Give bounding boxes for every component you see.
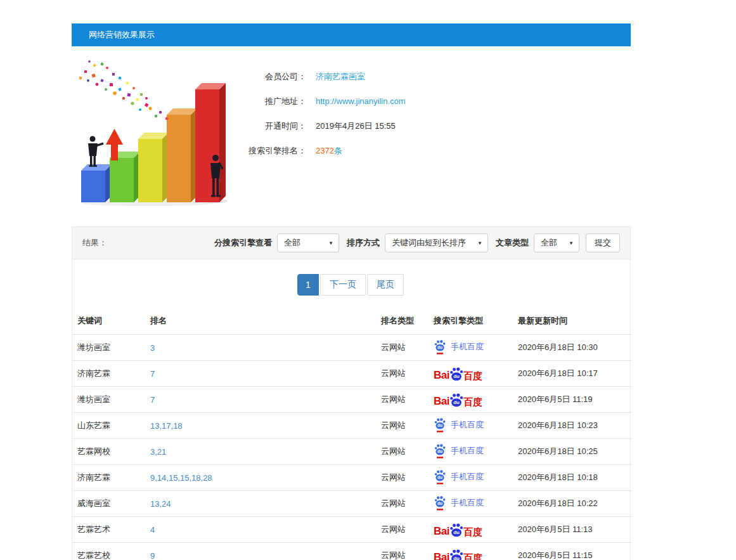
header-update-time: 最新更新时间 bbox=[513, 309, 631, 335]
update-time-cell: 2020年6月18日 10:18 bbox=[513, 465, 631, 491]
engine-type-cell: du手机百度 bbox=[429, 413, 513, 439]
baidu-bai-text: Bai bbox=[434, 396, 449, 407]
baidu-paw-icon: du bbox=[434, 417, 446, 433]
info-section: 会员公司： 济南艺霖画室 推广地址： http://www.jinanyilin… bbox=[72, 46, 631, 215]
table-row: 艺霖网校3,21云网站du手机百度2020年6月18日 10:25 bbox=[72, 439, 631, 465]
rank-cell: 7 bbox=[145, 361, 376, 387]
rank-link[interactable]: 9 bbox=[150, 551, 155, 560]
table-row: 艺霖艺术4云网站Baidu百度2020年6月5日 11:13 bbox=[72, 517, 631, 543]
update-time-cell: 2020年6月5日 11:15 bbox=[513, 543, 631, 560]
submit-button[interactable]: 提交 bbox=[586, 233, 620, 252]
engine-type-cell: Baidu百度 bbox=[429, 387, 513, 413]
chevron-down-icon: ▼ bbox=[569, 240, 574, 246]
keyword-cell: 威海画室 bbox=[72, 491, 145, 517]
baidu-paw-icon: du bbox=[434, 469, 446, 485]
keyword-cell: 济南艺霖 bbox=[72, 361, 145, 387]
sort-select[interactable]: 关键词由短到长排序 ▼ bbox=[385, 233, 488, 252]
mobile-baidu-label: 手机百度 bbox=[451, 419, 484, 431]
svg-text:du: du bbox=[437, 345, 442, 349]
company-label: 会员公司： bbox=[238, 71, 306, 82]
header-rank: 排名 bbox=[145, 309, 376, 335]
rank-link[interactable]: 13,17,18 bbox=[150, 421, 183, 431]
engine-type-cell: du手机百度 bbox=[429, 335, 513, 361]
next-page-button[interactable]: 下一页 bbox=[320, 274, 366, 296]
baidu-paw-icon: du bbox=[449, 523, 464, 538]
bar-chart-illustration-icon bbox=[72, 56, 230, 207]
rank-count-value: 2372条 bbox=[316, 145, 342, 157]
confetti-icon bbox=[79, 60, 169, 120]
main-container: 网络营销效果展示 bbox=[72, 23, 631, 560]
keyword-cell: 济南艺霖 bbox=[72, 465, 145, 491]
update-time-cell: 2020年6月5日 11:13 bbox=[513, 517, 631, 543]
rank-link[interactable]: 13,24 bbox=[150, 499, 171, 509]
header-rank-type: 排名类型 bbox=[376, 309, 429, 335]
engine-type-cell: du手机百度 bbox=[429, 439, 513, 465]
rank-cell: 3,21 bbox=[145, 439, 376, 465]
keyword-cell: 艺霖网校 bbox=[72, 439, 145, 465]
engine-type-cell: du手机百度 bbox=[429, 465, 513, 491]
results-table: 关键词 排名 排名类型 搜索引擎类型 最新更新时间 潍坊画室3云网站du手机百度… bbox=[72, 309, 631, 560]
baidu-paw-icon: du bbox=[434, 495, 446, 511]
mobile-baidu-label: 手机百度 bbox=[451, 341, 484, 353]
rank-link[interactable]: 9,14,15,15,18,28 bbox=[150, 473, 212, 483]
baidu-paw-icon: du bbox=[449, 549, 464, 560]
baidu-mobile-logo: du手机百度 bbox=[434, 339, 484, 355]
table-row: 济南艺霖9,14,15,15,18,28云网站du手机百度2020年6月18日 … bbox=[72, 465, 631, 491]
svg-text:du: du bbox=[437, 501, 442, 505]
results-panel: 1 下一页 尾页 关键词 排名 排名类型 搜索引擎类型 最新更新时间 潍坊画室3… bbox=[72, 259, 631, 560]
info-row-open-time: 开通时间： 2019年4月26日 15:55 bbox=[238, 114, 406, 138]
page-1-button[interactable]: 1 bbox=[297, 274, 319, 296]
promo-url-label: 推广地址： bbox=[238, 96, 306, 107]
table-row: 济南艺霖7云网站Baidu百度2020年6月18日 10:17 bbox=[72, 361, 631, 387]
baidu-mobile-logo: du手机百度 bbox=[434, 495, 484, 511]
rank-cell: 4 bbox=[145, 517, 376, 543]
pagination: 1 下一页 尾页 bbox=[72, 259, 630, 296]
rank-link[interactable]: 3,21 bbox=[150, 447, 166, 457]
engine-type-cell: Baidu百度 bbox=[429, 543, 513, 560]
company-link[interactable]: 济南艺霖画室 bbox=[316, 71, 365, 82]
baidu-mobile-logo: du手机百度 bbox=[434, 469, 484, 485]
rank-type-cell: 云网站 bbox=[376, 413, 429, 439]
rank-cell: 13,24 bbox=[145, 491, 376, 517]
svg-text:du: du bbox=[437, 423, 442, 427]
rank-cell: 9,14,15,15,18,28 bbox=[145, 465, 376, 491]
article-type-select-value: 全部 bbox=[541, 237, 565, 249]
rank-link[interactable]: 7 bbox=[150, 395, 155, 405]
rank-cell: 13,17,18 bbox=[145, 413, 376, 439]
rank-link[interactable]: 4 bbox=[150, 525, 155, 535]
rank-link[interactable]: 7 bbox=[150, 369, 155, 379]
svg-text:du: du bbox=[453, 374, 460, 379]
sort-select-value: 关键词由短到长排序 bbox=[392, 237, 474, 249]
svg-text:du: du bbox=[453, 530, 460, 535]
rank-link[interactable]: 3 bbox=[150, 343, 155, 353]
keyword-cell: 艺霖艺校 bbox=[72, 543, 145, 560]
table-row: 艺霖艺校9云网站Baidu百度2020年6月5日 11:15 bbox=[72, 543, 631, 560]
sort-filter-label: 排序方式 bbox=[347, 237, 380, 249]
keyword-cell: 山东艺霖 bbox=[72, 413, 145, 439]
last-page-button[interactable]: 尾页 bbox=[367, 274, 404, 296]
update-time-cell: 2020年6月18日 10:23 bbox=[513, 413, 631, 439]
rank-type-cell: 云网站 bbox=[376, 335, 429, 361]
engine-filter-label: 分搜索引擎查看 bbox=[214, 237, 272, 249]
svg-text:du: du bbox=[437, 475, 442, 479]
baidu-paw-icon: du bbox=[434, 443, 446, 459]
person-left-icon bbox=[88, 136, 103, 167]
rank-type-cell: 云网站 bbox=[376, 491, 429, 517]
open-time-label: 开通时间： bbox=[238, 120, 306, 132]
rank-count-number: 2372 bbox=[316, 146, 334, 155]
baidu-mobile-logo: du手机百度 bbox=[434, 443, 484, 459]
update-time-cell: 2020年6月5日 11:19 bbox=[513, 387, 631, 413]
article-type-select[interactable]: 全部 ▼ bbox=[534, 233, 579, 252]
info-row-rank-count: 搜索引擎排名： 2372条 bbox=[238, 138, 406, 163]
info-row-company: 会员公司： 济南艺霖画室 bbox=[238, 64, 406, 89]
promo-url-link[interactable]: http://www.jinanyilin.com bbox=[316, 96, 406, 106]
baidu-pc-logo: Baidu百度 bbox=[434, 523, 482, 537]
baidu-cn-text: 百度 bbox=[463, 371, 482, 381]
marketing-illustration bbox=[72, 56, 230, 207]
rank-type-cell: 云网站 bbox=[376, 517, 429, 543]
engine-select[interactable]: 全部 ▼ bbox=[277, 233, 339, 252]
rank-type-cell: 云网站 bbox=[376, 465, 429, 491]
engine-type-cell: Baidu百度 bbox=[429, 517, 513, 543]
chevron-down-icon: ▼ bbox=[328, 240, 333, 246]
baidu-paw-icon: du bbox=[449, 367, 464, 382]
